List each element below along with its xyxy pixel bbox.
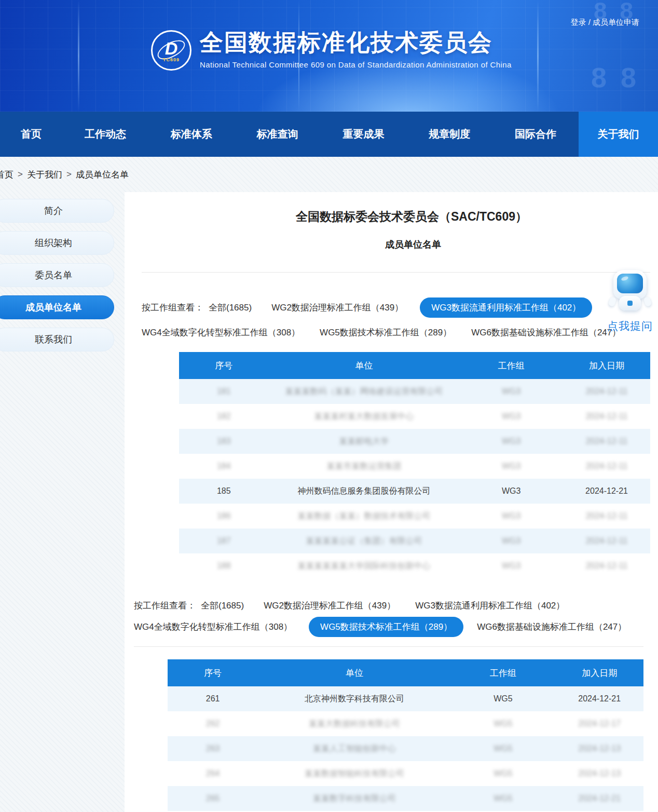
col-header-join-date: 加入日期 <box>563 352 650 379</box>
sidebar-item-contact-us[interactable]: 联系我们 <box>0 328 114 351</box>
cell-workgroup: WG3 <box>502 412 520 421</box>
cell-no: 187 <box>217 536 231 545</box>
cell-workgroup: WG3 <box>502 486 520 495</box>
cell-workgroup: WG3 <box>502 561 520 570</box>
breadcrumb-home[interactable]: 首页 <box>0 169 13 181</box>
col-header-join-date: 加入日期 <box>555 659 643 686</box>
nav-item-regulations[interactable]: 规章制度 <box>406 112 492 157</box>
breadcrumb-separator: > <box>18 169 23 180</box>
cell-no: 264 <box>206 769 220 778</box>
ask-me-label[interactable]: 点我提问 <box>605 319 655 333</box>
nav-item-work-news[interactable]: 工作动态 <box>62 112 148 157</box>
cell-unit: 某某某某公证（集团）有限公司 <box>306 536 422 545</box>
filter-wg5[interactable]: WG5数据技术标准工作组（289） <box>320 327 451 339</box>
nav-item-about-us[interactable]: 关于我们 <box>579 112 658 157</box>
cell-join-date: 2024-12-21 <box>578 794 621 803</box>
cell-unit: 某某数据智能科技有限公司 <box>305 769 404 778</box>
cell-unit: 某某数字科技有限公司 <box>313 794 396 803</box>
main-content: 全国数据标委会技术委员会（SAC/TC609） 成员单位名单 按工作组查看： 全… <box>125 192 658 812</box>
cell-workgroup: WG5 <box>494 694 512 703</box>
table-row: 182 某某某村某大数据发展中心 WG3 2024-12-11 <box>179 404 650 429</box>
cell-no: 184 <box>217 462 231 470</box>
table-header-row: 序号 单位 工作组 加入日期 <box>168 659 643 686</box>
cell-join-date: 2024-12-21 <box>585 486 628 495</box>
nav-item-achievements[interactable]: 重要成果 <box>320 112 406 157</box>
filter-wg6[interactable]: WG6数据基础设施标准工作组（247） <box>471 327 621 339</box>
cell-join-date: 2024-12-13 <box>578 744 621 753</box>
banner-streak <box>537 0 539 112</box>
filter-wg2[interactable]: WG2数据治理标准工作组（439） <box>271 302 403 314</box>
filter-wg2[interactable]: WG2数据治理标准工作组（439） <box>264 600 395 612</box>
sidebar-item-committee-list[interactable]: 委员名单 <box>0 263 114 287</box>
sidebar-item-org-structure[interactable]: 组织架构 <box>0 231 114 255</box>
logo-code: TC609 <box>153 57 190 62</box>
cell-unit: 某某邮电大学 <box>339 437 389 445</box>
cell-no: 183 <box>217 437 231 445</box>
cell-join-date: 2024-12-11 <box>586 536 628 545</box>
cell-workgroup: WG3 <box>502 437 520 445</box>
col-header-workgroup: 工作组 <box>451 659 556 686</box>
filter-wg3[interactable]: WG3数据流通利用标准工作组（402） <box>420 297 592 318</box>
cell-join-date: 2024-12-11 <box>586 561 628 570</box>
cell-unit: 北京神州数字科技有限公司 <box>305 694 404 703</box>
cell-no: 186 <box>217 511 231 520</box>
banner-streak <box>78 0 79 112</box>
chat-assistant[interactable]: 点我提问 <box>605 270 655 333</box>
table-row: 187 某某某某公证（集团）有限公司 WG3 2024-12-11 <box>179 529 650 553</box>
breadcrumb-about[interactable]: 关于我们 <box>27 169 62 181</box>
cell-workgroup: WG3 <box>502 387 520 396</box>
nav-item-international[interactable]: 国际合作 <box>492 112 579 157</box>
table-header-row: 序号 单位 工作组 加入日期 <box>179 352 650 379</box>
header-banner: 8 8 8 8 登录 / 成员单位申请 D TC609 全国数据标准化技术委员会… <box>0 0 658 112</box>
filter-by-group-label: 按工作组查看： <box>134 600 196 612</box>
cell-join-date: 2024-12-11 <box>586 437 628 445</box>
cell-workgroup: WG3 <box>502 511 520 520</box>
filter-all[interactable]: 全部(1685) <box>201 600 244 612</box>
cell-unit: 某某某村某大数据发展中心 <box>314 412 414 421</box>
breadcrumb: 首页 > 关于我们 > 成员单位名单 <box>0 157 654 192</box>
table-row: 265 某某数字科技有限公司 WG5 2024-12-21 <box>168 786 643 811</box>
nav-item-standard-system[interactable]: 标准体系 <box>148 112 235 157</box>
cell-unit: 某某数据（某某）数据技术有限公司 <box>297 511 430 520</box>
filter-all[interactable]: 全部(1685) <box>209 302 252 314</box>
robot-body-icon <box>619 296 641 310</box>
cell-no: 263 <box>206 744 220 753</box>
robot-arm-icon <box>643 296 652 307</box>
col-header-workgroup: 工作组 <box>459 352 563 379</box>
table-row: 183 某某邮电大学 WG3 2024-12-11 <box>179 429 650 454</box>
col-header-unit: 单位 <box>269 352 460 379</box>
table-row: 186 某某数据（某某）数据技术有限公司 WG3 2024-12-11 <box>179 504 650 529</box>
cell-workgroup: WG5 <box>494 769 512 778</box>
cell-workgroup: WG5 <box>494 719 512 728</box>
cell-no: 261 <box>206 694 220 703</box>
cell-join-date: 2024-12-11 <box>586 462 628 470</box>
robot-icon <box>613 270 647 299</box>
filter-wg4[interactable]: WG4全域数字化转型标准工作组（308） <box>134 621 292 633</box>
cell-join-date: 2024-12-11 <box>586 511 628 520</box>
cell-workgroup: WG5 <box>494 794 512 803</box>
filter-wg6[interactable]: WG6数据基础设施标准工作组（247） <box>477 621 626 633</box>
table-row: 262 某某大数据科技有限公司 WG5 2024-12-17 <box>168 711 643 736</box>
table-row: 184 某某市某数运营集团 WG3 2024-12-11 <box>179 454 650 479</box>
filter-wg3[interactable]: WG3数据流通利用标准工作组（402） <box>415 600 565 612</box>
filter-wg5[interactable]: WG5数据技术标准工作组（289） <box>309 617 463 637</box>
divider <box>142 272 650 273</box>
nav-item-standard-search[interactable]: 标准查询 <box>235 112 321 157</box>
cell-no: 185 <box>217 486 231 495</box>
login-member-apply-link[interactable]: 登录 / 成员单位申请 <box>570 18 639 28</box>
tc609-logo: D TC609 <box>151 30 191 71</box>
cell-unit: 某某人工智能创新中心 <box>313 744 396 753</box>
sidebar-item-intro[interactable]: 简介 <box>0 199 114 223</box>
robot-arm-icon <box>608 296 617 307</box>
filter-wg4[interactable]: WG4全域数字化转型标准工作组（308） <box>142 327 300 339</box>
sidebar-item-member-units[interactable]: 成员单位名单 <box>0 295 114 319</box>
filter-by-group-label: 按工作组查看： <box>142 302 203 314</box>
site-title: 全国数据标准化技术委员会 <box>200 27 512 58</box>
member-table-wg5: 序号 单位 工作组 加入日期 261 北京神州数字科技有限公司 WG5 2024… <box>168 659 643 811</box>
cell-workgroup: WG3 <box>502 462 520 470</box>
cell-no: 182 <box>217 412 231 421</box>
page-title: 全国数据标委会技术委员会（SAC/TC609） <box>125 209 658 224</box>
breadcrumb-separator: > <box>66 169 72 180</box>
nav-item-home[interactable]: 首页 <box>0 112 62 157</box>
table-row: 263 某某人工智能创新中心 WG5 2024-12-13 <box>168 736 643 761</box>
